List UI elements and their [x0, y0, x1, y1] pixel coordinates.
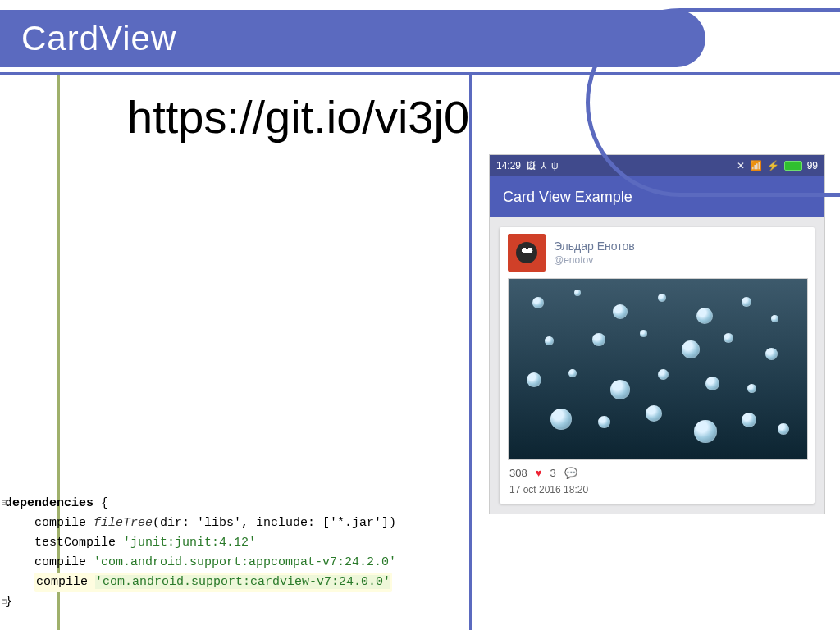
code-string: 'com.android.support:cardview-v7:24.0.0' — [95, 575, 390, 589]
post-card: Эльдар Енотов @enotov — [500, 227, 815, 504]
vertical-guide-right — [469, 75, 472, 630]
code-line: ⊟} — [5, 592, 464, 612]
image-icon: 🖼 — [526, 160, 536, 171]
heart-icon[interactable]: ♥ — [536, 467, 542, 479]
android-screenshot: 14:29 🖼 ⅄ ψ ✕ 📶 ⚡ 99 Card View Example Э… — [489, 154, 825, 514]
author-name: Эльдар Енотов — [554, 240, 635, 253]
post-date: 17 oct 2016 18:20 — [500, 484, 815, 504]
avatar — [508, 234, 546, 272]
title-underline — [0, 72, 840, 75]
gradle-code-block: ⊟dependencies { compile fileTree(dir: 'l… — [5, 494, 464, 612]
card-footer: 308 ♥ 3 💬 — [500, 460, 815, 484]
slide: CardView https://git.io/vi3j0 ⊟dependenc… — [0, 0, 840, 630]
code-line: ⊟dependencies { — [5, 494, 464, 514]
code-args: dir: 'libs', include: ['*.jar'] — [160, 516, 389, 530]
comment-icon[interactable]: 💬 — [564, 467, 578, 479]
card-header: Эльдар Енотов @enotov — [500, 227, 815, 278]
short-url: https://git.io/vi3j0 — [127, 90, 469, 144]
code-line: compile fileTree(dir: 'libs', include: [… — [5, 514, 464, 533]
app-title: Card View Example — [503, 189, 632, 206]
code-string: 'com.android.support:appcompat-v7:24.2.0… — [94, 555, 396, 569]
slide-title: CardView — [21, 19, 176, 58]
share-icon: ⅄ — [541, 160, 546, 171]
usb-icon: ψ — [551, 160, 559, 171]
likes-count: 308 — [509, 467, 527, 479]
status-time: 14:29 — [496, 160, 521, 171]
post-image-raindrops — [508, 278, 808, 460]
code-line: testCompile 'junit:junit:4.12' — [5, 533, 464, 553]
comments-count: 3 — [550, 467, 555, 479]
code-line: compile 'com.android.support:cardview-v7… — [5, 573, 464, 592]
title-band: CardView — [0, 10, 705, 67]
code-string: 'junit:junit:4.12' — [123, 536, 256, 550]
code-line: compile 'com.android.support:appcompat-v… — [5, 553, 464, 573]
author-handle: @enotov — [554, 254, 635, 266]
